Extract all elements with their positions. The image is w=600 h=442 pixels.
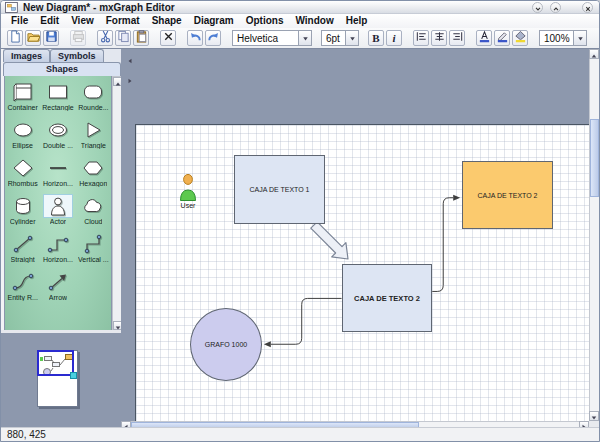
new-file-icon (9, 29, 22, 47)
save-button[interactable] (43, 30, 59, 46)
window-title: New Diagram* - mxGraph Editor (23, 2, 175, 13)
menu-item[interactable]: Diagram (188, 14, 240, 28)
align-left-button[interactable] (413, 30, 429, 46)
actor-node-user[interactable]: User (170, 174, 206, 209)
vertical-scroll-thumb[interactable] (590, 119, 599, 197)
palette-shape[interactable]: Rectangle (40, 81, 75, 119)
palette-shape[interactable]: Horizon... (40, 157, 75, 195)
font-family-dropdown[interactable] (298, 31, 311, 45)
node-caja-de-texto-2-orange[interactable]: CAJA DE TEXTO 2 (462, 161, 553, 229)
palette-tab[interactable]: Symbols (50, 49, 104, 62)
connector-box3-to-circle[interactable] (264, 298, 342, 347)
palette-shape[interactable]: Hexagon (76, 157, 111, 195)
palette-shape[interactable]: Entity R... (5, 271, 40, 309)
font-color-button[interactable] (476, 30, 492, 46)
status-coordinates: 880, 425 (7, 429, 46, 440)
palette-shape[interactable]: Actor (40, 195, 75, 233)
close-button[interactable] (582, 2, 593, 13)
zoom-dropdown[interactable] (573, 31, 586, 45)
fill-color-button[interactable] (512, 30, 528, 46)
outline-viewport[interactable] (37, 350, 74, 376)
cylinder-shape-icon (9, 195, 37, 217)
menu-item[interactable]: Edit (34, 14, 65, 28)
entity-relation-shape-icon (9, 271, 37, 293)
palette-shape[interactable]: Rhombus (5, 157, 40, 195)
align-right-icon (451, 29, 464, 47)
node-grafo-1000[interactable]: GRAFO 1000 (190, 308, 262, 381)
palette-shape[interactable]: Triangle (76, 119, 111, 157)
app-window: New Diagram* - mxGraph Editor FileEditVi… (0, 0, 600, 442)
redo-button[interactable] (205, 30, 221, 46)
paste-button[interactable] (133, 30, 149, 46)
menu-bar: FileEditViewFormatShapeDiagramOptionsWin… (1, 14, 599, 28)
align-center-button[interactable] (431, 30, 447, 46)
menu-item[interactable]: View (65, 14, 100, 28)
align-center-icon (433, 29, 446, 47)
horizontal-line-shape-icon (44, 157, 72, 179)
print-button[interactable] (70, 30, 86, 46)
block-arrow-shape[interactable] (308, 221, 352, 265)
bold-button[interactable]: B (368, 30, 384, 46)
palette-tab[interactable]: Shapes (3, 62, 121, 76)
canvas-area[interactable]: User CAJA DE TEXTO 1 CAJA DE TEXTO 2 CAJ… (121, 49, 599, 429)
menu-item[interactable]: File (5, 14, 34, 28)
undo-button[interactable] (187, 30, 203, 46)
line-color-button[interactable] (494, 30, 510, 46)
palette-shape[interactable]: Cloud (76, 195, 111, 233)
splitter-expand-button[interactable] (127, 70, 133, 88)
node-caja-de-texto-2-center[interactable]: CAJA DE TEXTO 2 (342, 264, 432, 332)
font-size-value: 6pt (322, 33, 345, 44)
palette-shape[interactable]: Cylinder (5, 195, 40, 233)
horizontal-elbow-shape-icon (44, 233, 72, 255)
scroll-up-button[interactable] (589, 49, 599, 59)
save-icon (45, 29, 58, 47)
menu-item[interactable]: Help (340, 14, 374, 28)
node-label: CAJA DE TEXTO 2 (477, 192, 537, 199)
vertical-scrollbar[interactable] (589, 49, 599, 421)
palette-shape[interactable]: Straight (5, 233, 40, 271)
chevron-down-icon (576, 29, 585, 47)
italic-button[interactable]: i (386, 30, 402, 46)
palette-shape[interactable]: Container (5, 81, 40, 119)
palette-tabs: ImagesSymbolsShapes (3, 49, 121, 76)
scroll-down-button[interactable] (589, 411, 599, 421)
menu-item[interactable]: Window (289, 14, 339, 28)
align-right-button[interactable] (449, 30, 465, 46)
palette-shape[interactable]: Arrow (40, 271, 75, 309)
maximize-button[interactable] (550, 2, 561, 13)
font-size-combo[interactable]: 6pt (321, 30, 359, 46)
connector-box3-to-box2[interactable] (432, 195, 460, 292)
titlebar[interactable]: New Diagram* - mxGraph Editor (1, 1, 599, 14)
palette-shape[interactable]: Rounde... (76, 81, 111, 119)
diagram-page[interactable]: User CAJA DE TEXTO 1 CAJA DE TEXTO 2 CAJ… (135, 124, 589, 421)
palette-shape[interactable]: Horizon... (40, 233, 75, 271)
palette-shape[interactable]: Vertical ... (76, 233, 111, 271)
outline-mini-edges (1, 333, 121, 429)
new-button[interactable] (7, 30, 23, 46)
menu-item[interactable]: Shape (146, 14, 188, 28)
zoom-combo[interactable]: 100% (539, 30, 587, 46)
node-caja-de-texto-1[interactable]: CAJA DE TEXTO 1 (234, 155, 325, 224)
font-family-value: Helvetica (233, 33, 298, 44)
palette-tab[interactable]: Images (3, 49, 50, 62)
menu-item[interactable]: Format (100, 14, 146, 28)
palette-shape[interactable]: Double ... (40, 119, 75, 157)
open-folder-icon (27, 29, 40, 47)
actor-label: User (181, 202, 196, 209)
font-family-combo[interactable]: Helvetica (232, 30, 312, 46)
arrow-shape-icon (44, 271, 72, 293)
minimize-button[interactable] (532, 2, 543, 13)
straight-line-shape-icon (9, 233, 37, 255)
palette-shape[interactable]: Ellipse (5, 119, 40, 157)
outline-zoom-handle[interactable] (70, 372, 77, 379)
cut-button[interactable] (97, 30, 113, 46)
undo-icon (189, 29, 202, 47)
delete-button[interactable] (160, 30, 176, 46)
user-actor-icon (178, 174, 198, 201)
open-button[interactable] (25, 30, 41, 46)
font-size-dropdown[interactable] (345, 31, 358, 45)
splitter-collapse-button[interactable] (127, 50, 133, 68)
hexagon-shape-icon (79, 157, 107, 179)
menu-item[interactable]: Options (240, 14, 290, 28)
copy-button[interactable] (115, 30, 131, 46)
